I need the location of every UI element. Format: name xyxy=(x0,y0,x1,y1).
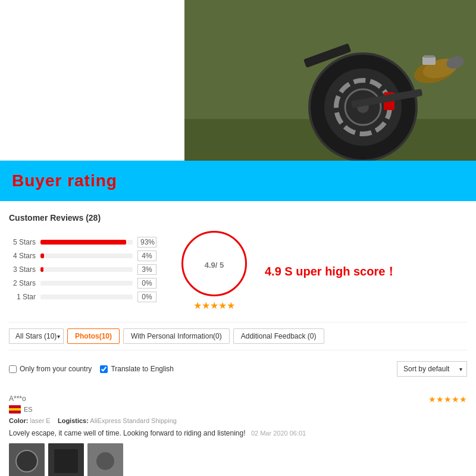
star-bar-label: 3 Stars xyxy=(9,265,36,274)
star-bar-fill xyxy=(40,240,126,245)
star-bar-row: 2 Stars 0% xyxy=(9,278,164,289)
product-image-area xyxy=(0,0,476,161)
star-bar-label: 4 Stars xyxy=(9,252,36,260)
filter-tab-btn[interactable]: Photos(10) xyxy=(67,328,120,344)
translate-label[interactable]: Translate to English xyxy=(100,365,174,373)
filters-left: Only from your country Translate to Engl… xyxy=(9,365,174,373)
star-bar-row: 5 Stars 93% xyxy=(9,237,164,248)
buyer-rating-header: Buyer rating xyxy=(0,161,476,201)
reviews-section: Customer Reviews (28) 5 Stars 93% 4 Star… xyxy=(0,201,476,476)
filter-tabs: All Stars (10)Photos(10)With Personal In… xyxy=(9,322,467,350)
svg-point-16 xyxy=(16,450,37,472)
flag-icon xyxy=(9,405,21,414)
filter-tab-btn[interactable]: Additional Feedback (0) xyxy=(233,328,324,344)
star-bars: 5 Stars 93% 4 Stars 4% 3 Stars 3% 2 Star… xyxy=(9,237,164,305)
star-bar-track xyxy=(40,240,133,245)
star-bar-label: 5 Stars xyxy=(9,238,36,246)
buyer-rating-title: Buyer rating xyxy=(12,171,117,190)
review-meta: Color: laser E Logistics: AliExpress Sta… xyxy=(9,417,467,424)
star-bar-row: 4 Stars 4% xyxy=(9,250,164,261)
review-text: Lovely escape, it came well of time. Loo… xyxy=(9,428,467,439)
star-bar-fill xyxy=(40,267,43,272)
only-from-country-checkbox[interactable] xyxy=(9,365,17,373)
score-value: 4.9/ 5 xyxy=(205,256,224,271)
reviewer-info: A***o ES xyxy=(9,394,422,414)
svg-point-20 xyxy=(96,452,114,470)
score-badge-text: 4.9 S uper high score！ xyxy=(265,264,467,279)
star-bar-pct: 0% xyxy=(137,292,156,302)
filters-row: Only from your country Translate to Engl… xyxy=(9,356,467,381)
flag-code: ES xyxy=(24,406,33,413)
star-bar-pct: 93% xyxy=(137,237,156,248)
review-card: A***o ES ★★★★★ Color: laser E Logistics:… xyxy=(9,387,467,476)
filter-tab-btn[interactable]: With Personal Information(0) xyxy=(123,328,230,344)
star-bar-fill xyxy=(40,253,44,258)
star-bar-pct: 3% xyxy=(137,264,156,275)
only-from-country-text: Only from your country xyxy=(20,365,92,373)
star-bar-label: 2 Stars xyxy=(9,279,36,287)
score-circle: 4.9/ 5 ★★★★★ xyxy=(176,231,253,311)
star-bar-pct: 0% xyxy=(137,278,156,289)
star-bar-label: 1 Star xyxy=(9,293,36,301)
svg-rect-14 xyxy=(424,55,434,58)
star-bar-track xyxy=(40,253,133,258)
circle-stars: ★★★★★ xyxy=(193,300,235,311)
score-divider: / 5 xyxy=(215,261,224,270)
review-images xyxy=(9,443,467,476)
reviewer-name: A***o xyxy=(9,394,422,403)
only-from-country-label[interactable]: Only from your country xyxy=(9,365,92,373)
score-circle-outer: 4.9/ 5 xyxy=(181,231,247,296)
reviewer-flag: ES xyxy=(9,405,422,414)
star-bar-row: 3 Stars 3% xyxy=(9,264,164,275)
reviewer-header: A***o ES ★★★★★ xyxy=(9,394,467,414)
score-badge: 4.9 S uper high score！ xyxy=(265,264,467,279)
star-bar-track xyxy=(40,295,133,299)
review-image-3[interactable] xyxy=(87,443,123,476)
svg-rect-18 xyxy=(54,449,78,473)
translate-text: Translate to English xyxy=(111,365,174,373)
star-bar-track xyxy=(40,267,133,272)
product-image xyxy=(184,0,476,161)
review-image-1[interactable] xyxy=(9,443,45,476)
review-stars-right: ★★★★★ xyxy=(428,394,467,404)
translate-checkbox[interactable] xyxy=(100,365,108,373)
all-stars-dropdown[interactable]: All Stars (10) xyxy=(9,328,64,344)
star-bar-track xyxy=(40,281,133,286)
all-stars-dropdown-wrap[interactable]: All Stars (10) xyxy=(9,328,64,344)
review-image-2[interactable] xyxy=(48,443,84,476)
star-bar-row: 1 Star 0% xyxy=(9,292,164,302)
svg-rect-13 xyxy=(422,57,436,65)
star-bar-pct: 4% xyxy=(137,250,156,261)
sort-dropdown-wrap[interactable]: Sort by defaultMost recentMost helpful xyxy=(397,361,467,377)
sort-dropdown[interactable]: Sort by defaultMost recentMost helpful xyxy=(397,361,467,377)
reviews-title: Customer Reviews (28) xyxy=(9,213,467,223)
ratings-wrapper: 5 Stars 93% 4 Stars 4% 3 Stars 3% 2 Star… xyxy=(9,231,467,311)
review-date: 02 Mar 2020 06:01 xyxy=(251,430,306,437)
